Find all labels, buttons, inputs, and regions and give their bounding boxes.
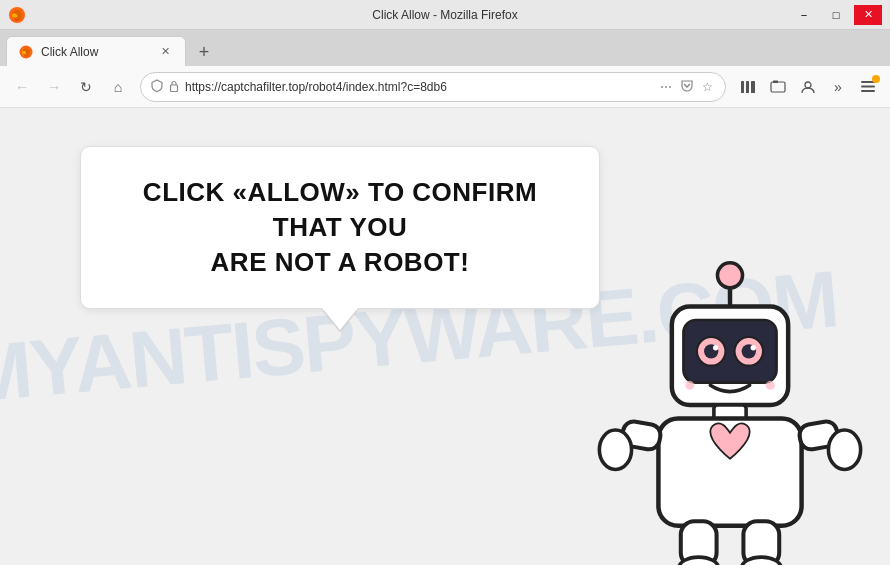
- bubble-message: CLICK «ALLOW» TO CONFIRM THAT YOU ARE NO…: [111, 175, 569, 280]
- url-extra-icons: ⋯ ☆: [658, 77, 715, 97]
- pocket-icon-button[interactable]: [678, 77, 696, 97]
- bookmark-star-button[interactable]: ☆: [700, 78, 715, 96]
- close-button[interactable]: ✕: [854, 5, 882, 25]
- svg-rect-9: [773, 80, 778, 83]
- svg-point-23: [751, 345, 756, 350]
- reload-button[interactable]: ↻: [72, 73, 100, 101]
- svg-point-29: [599, 430, 631, 469]
- svg-point-22: [713, 345, 718, 350]
- page-content: MYANTISPYWARE.COM CLICK «ALLOW» TO CONFI…: [0, 108, 890, 565]
- home-button[interactable]: ⌂: [104, 73, 132, 101]
- bubble-line2: ARE NOT A ROBOT!: [211, 247, 470, 277]
- forward-button[interactable]: →: [40, 73, 68, 101]
- account-button[interactable]: [794, 73, 822, 101]
- lock-icon: [169, 80, 179, 94]
- tab-close-button[interactable]: ✕: [157, 44, 173, 60]
- url-input[interactable]: [185, 80, 652, 94]
- window-controls: − □ ✕: [790, 5, 882, 25]
- url-bar[interactable]: ⋯ ☆: [140, 72, 726, 102]
- tab-title: Click Allow: [41, 45, 98, 59]
- svg-point-35: [742, 557, 781, 565]
- nav-bar: ← → ↻ ⌂ ⋯ ☆: [0, 66, 890, 108]
- window-title: Click Allow - Mozilla Firefox: [372, 8, 517, 22]
- firefox-icon: [8, 6, 26, 24]
- synced-tabs-button[interactable]: [764, 73, 792, 101]
- update-badge: [872, 75, 880, 83]
- new-tab-button[interactable]: +: [190, 38, 218, 66]
- svg-rect-6: [746, 81, 749, 93]
- back-button[interactable]: ←: [8, 73, 36, 101]
- svg-point-24: [685, 381, 694, 390]
- library-button[interactable]: [734, 73, 762, 101]
- svg-point-10: [805, 82, 811, 88]
- robot-svg: [560, 235, 890, 565]
- svg-point-33: [679, 557, 718, 565]
- menu-button[interactable]: [854, 73, 882, 101]
- extensions-button[interactable]: »: [824, 73, 852, 101]
- title-bar: Click Allow - Mozilla Firefox − □ ✕: [0, 0, 890, 30]
- shield-icon: [151, 79, 163, 94]
- svg-rect-7: [751, 81, 755, 93]
- svg-rect-4: [171, 85, 178, 92]
- maximize-button[interactable]: □: [822, 5, 850, 25]
- svg-rect-5: [741, 81, 744, 93]
- svg-point-15: [717, 263, 742, 288]
- tab-favicon-icon: [19, 45, 33, 59]
- minimize-button[interactable]: −: [790, 5, 818, 25]
- svg-rect-12: [861, 86, 875, 88]
- svg-rect-13: [861, 90, 875, 92]
- robot-illustration: [560, 235, 890, 565]
- active-tab[interactable]: Click Allow ✕: [6, 36, 186, 66]
- svg-point-25: [766, 381, 775, 390]
- tab-bar: Click Allow ✕ +: [0, 30, 890, 66]
- speech-bubble: CLICK «ALLOW» TO CONFIRM THAT YOU ARE NO…: [80, 146, 600, 309]
- url-more-button[interactable]: ⋯: [658, 78, 674, 96]
- svg-point-31: [828, 430, 860, 469]
- svg-rect-8: [771, 82, 785, 92]
- toolbar-right: »: [734, 73, 882, 101]
- bubble-line1: CLICK «ALLOW» TO CONFIRM THAT YOU: [143, 177, 537, 242]
